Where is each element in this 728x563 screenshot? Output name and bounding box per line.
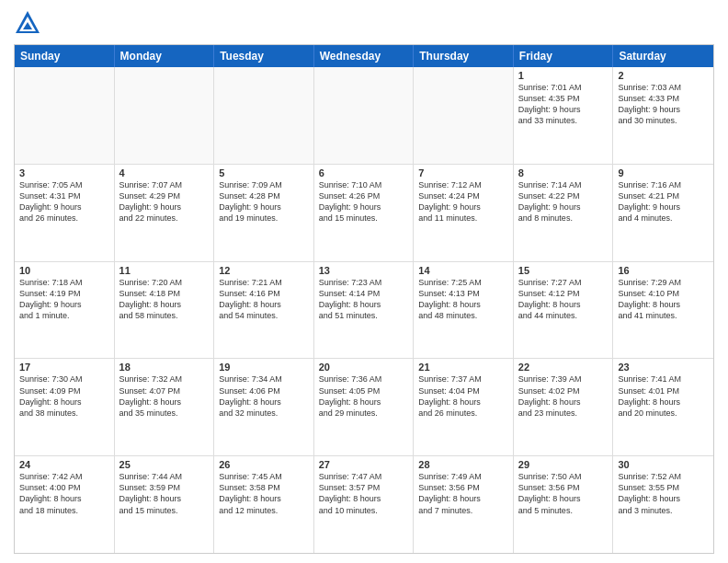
day-cell-29: 29Sunrise: 7:50 AM Sunset: 3:56 PM Dayli…	[514, 456, 614, 553]
day-number: 30	[618, 459, 709, 470]
day-info: Sunrise: 7:36 AM Sunset: 4:05 PM Dayligh…	[319, 373, 409, 419]
day-cell-30: 30Sunrise: 7:52 AM Sunset: 3:55 PM Dayli…	[613, 456, 713, 553]
day-number: 29	[518, 459, 609, 470]
day-number: 23	[618, 362, 709, 373]
day-number: 26	[219, 459, 309, 470]
day-info: Sunrise: 7:10 AM Sunset: 4:26 PM Dayligh…	[319, 179, 409, 224]
day-info: Sunrise: 7:29 AM Sunset: 4:10 PM Dayligh…	[618, 277, 709, 322]
calendar-row-2: 3Sunrise: 7:05 AM Sunset: 4:31 PM Daylig…	[15, 165, 713, 262]
day-number: 4	[119, 167, 210, 178]
day-number: 27	[319, 459, 409, 470]
logo-icon	[14, 9, 41, 37]
day-number: 21	[418, 362, 508, 373]
day-info: Sunrise: 7:34 AM Sunset: 4:06 PM Dayligh…	[219, 373, 309, 419]
day-number: 16	[618, 265, 709, 276]
day-info: Sunrise: 7:42 AM Sunset: 4:00 PM Dayligh…	[19, 471, 109, 516]
day-number: 25	[119, 459, 210, 470]
day-number: 17	[19, 362, 109, 373]
day-number: 6	[319, 167, 409, 178]
day-info: Sunrise: 7:05 AM Sunset: 4:31 PM Dayligh…	[19, 179, 109, 224]
day-number: 18	[119, 362, 210, 373]
day-cell-22: 22Sunrise: 7:39 AM Sunset: 4:02 PM Dayli…	[514, 359, 614, 455]
day-number: 15	[518, 265, 609, 276]
day-cell-18: 18Sunrise: 7:32 AM Sunset: 4:07 PM Dayli…	[115, 359, 215, 455]
day-cell-7: 7Sunrise: 7:12 AM Sunset: 4:24 PM Daylig…	[414, 165, 514, 261]
day-cell-11: 11Sunrise: 7:20 AM Sunset: 4:18 PM Dayli…	[115, 262, 215, 359]
day-info: Sunrise: 7:01 AM Sunset: 4:35 PM Dayligh…	[518, 82, 609, 127]
day-cell-27: 27Sunrise: 7:47 AM Sunset: 3:57 PM Dayli…	[314, 456, 415, 553]
day-cell-8: 8Sunrise: 7:14 AM Sunset: 4:22 PM Daylig…	[514, 165, 614, 261]
empty-cell	[414, 67, 514, 164]
day-cell-10: 10Sunrise: 7:18 AM Sunset: 4:19 PM Dayli…	[15, 262, 115, 359]
empty-cell	[15, 67, 115, 164]
day-info: Sunrise: 7:32 AM Sunset: 4:07 PM Dayligh…	[119, 373, 210, 419]
day-cell-20: 20Sunrise: 7:36 AM Sunset: 4:05 PM Dayli…	[314, 359, 415, 455]
day-cell-2: 2Sunrise: 7:03 AM Sunset: 4:33 PM Daylig…	[613, 67, 713, 164]
day-number: 1	[518, 70, 609, 81]
day-cell-24: 24Sunrise: 7:42 AM Sunset: 4:00 PM Dayli…	[15, 456, 115, 553]
day-cell-4: 4Sunrise: 7:07 AM Sunset: 4:29 PM Daylig…	[115, 165, 215, 261]
day-cell-17: 17Sunrise: 7:30 AM Sunset: 4:09 PM Dayli…	[15, 359, 115, 455]
calendar-body: 1Sunrise: 7:01 AM Sunset: 4:35 PM Daylig…	[15, 67, 713, 553]
day-info: Sunrise: 7:30 AM Sunset: 4:09 PM Dayligh…	[19, 373, 109, 419]
empty-cell	[115, 67, 215, 164]
empty-cell	[214, 67, 314, 164]
day-info: Sunrise: 7:21 AM Sunset: 4:16 PM Dayligh…	[219, 277, 309, 322]
day-info: Sunrise: 7:12 AM Sunset: 4:24 PM Dayligh…	[418, 179, 508, 224]
day-info: Sunrise: 7:47 AM Sunset: 3:57 PM Dayligh…	[319, 471, 409, 516]
day-info: Sunrise: 7:16 AM Sunset: 4:21 PM Dayligh…	[618, 179, 709, 224]
day-number: 22	[518, 362, 609, 373]
header-day-sunday: Sunday	[15, 45, 115, 67]
day-number: 24	[19, 459, 109, 470]
day-cell-15: 15Sunrise: 7:27 AM Sunset: 4:12 PM Dayli…	[514, 262, 614, 359]
day-info: Sunrise: 7:23 AM Sunset: 4:14 PM Dayligh…	[319, 277, 409, 322]
day-info: Sunrise: 7:49 AM Sunset: 3:56 PM Dayligh…	[418, 471, 508, 516]
day-cell-13: 13Sunrise: 7:23 AM Sunset: 4:14 PM Dayli…	[314, 262, 415, 359]
header-day-friday: Friday	[514, 45, 614, 67]
day-cell-19: 19Sunrise: 7:34 AM Sunset: 4:06 PM Dayli…	[214, 359, 314, 455]
calendar-row-3: 10Sunrise: 7:18 AM Sunset: 4:19 PM Dayli…	[15, 262, 713, 360]
day-cell-5: 5Sunrise: 7:09 AM Sunset: 4:28 PM Daylig…	[214, 165, 314, 261]
calendar-header: SundayMondayTuesdayWednesdayThursdayFrid…	[15, 45, 713, 67]
day-cell-12: 12Sunrise: 7:21 AM Sunset: 4:16 PM Dayli…	[214, 262, 314, 359]
day-number: 20	[319, 362, 409, 373]
empty-cell	[314, 67, 415, 164]
day-cell-21: 21Sunrise: 7:37 AM Sunset: 4:04 PM Dayli…	[414, 359, 514, 455]
day-number: 11	[119, 265, 210, 276]
calendar: SundayMondayTuesdayWednesdayThursdayFrid…	[14, 44, 714, 554]
day-cell-23: 23Sunrise: 7:41 AM Sunset: 4:01 PM Dayli…	[613, 359, 713, 455]
day-info: Sunrise: 7:07 AM Sunset: 4:29 PM Dayligh…	[119, 179, 210, 224]
day-number: 28	[418, 459, 508, 470]
day-info: Sunrise: 7:52 AM Sunset: 3:55 PM Dayligh…	[618, 471, 709, 516]
day-info: Sunrise: 7:44 AM Sunset: 3:59 PM Dayligh…	[119, 471, 210, 516]
calendar-row-1: 1Sunrise: 7:01 AM Sunset: 4:35 PM Daylig…	[15, 67, 713, 165]
day-cell-14: 14Sunrise: 7:25 AM Sunset: 4:13 PM Dayli…	[414, 262, 514, 359]
header	[14, 9, 714, 37]
day-info: Sunrise: 7:20 AM Sunset: 4:18 PM Dayligh…	[119, 277, 210, 322]
day-number: 9	[618, 167, 709, 178]
day-cell-25: 25Sunrise: 7:44 AM Sunset: 3:59 PM Dayli…	[115, 456, 215, 553]
day-number: 7	[418, 167, 508, 178]
day-number: 13	[319, 265, 409, 276]
logo	[14, 9, 45, 37]
day-info: Sunrise: 7:14 AM Sunset: 4:22 PM Dayligh…	[518, 179, 609, 224]
day-cell-6: 6Sunrise: 7:10 AM Sunset: 4:26 PM Daylig…	[314, 165, 415, 261]
day-number: 14	[418, 265, 508, 276]
day-info: Sunrise: 7:50 AM Sunset: 3:56 PM Dayligh…	[518, 471, 609, 516]
day-number: 2	[618, 70, 709, 81]
day-info: Sunrise: 7:09 AM Sunset: 4:28 PM Dayligh…	[219, 179, 309, 224]
page: SundayMondayTuesdayWednesdayThursdayFrid…	[0, 0, 728, 563]
day-cell-26: 26Sunrise: 7:45 AM Sunset: 3:58 PM Dayli…	[214, 456, 314, 553]
day-cell-28: 28Sunrise: 7:49 AM Sunset: 3:56 PM Dayli…	[414, 456, 514, 553]
header-day-monday: Monday	[115, 45, 215, 67]
day-cell-16: 16Sunrise: 7:29 AM Sunset: 4:10 PM Dayli…	[613, 262, 713, 359]
day-info: Sunrise: 7:39 AM Sunset: 4:02 PM Dayligh…	[518, 373, 609, 419]
day-number: 12	[219, 265, 309, 276]
day-info: Sunrise: 7:37 AM Sunset: 4:04 PM Dayligh…	[418, 373, 508, 419]
header-day-wednesday: Wednesday	[314, 45, 415, 67]
header-day-thursday: Thursday	[414, 45, 514, 67]
day-number: 19	[219, 362, 309, 373]
header-day-saturday: Saturday	[613, 45, 713, 67]
day-info: Sunrise: 7:18 AM Sunset: 4:19 PM Dayligh…	[19, 277, 109, 322]
day-info: Sunrise: 7:27 AM Sunset: 4:12 PM Dayligh…	[518, 277, 609, 322]
